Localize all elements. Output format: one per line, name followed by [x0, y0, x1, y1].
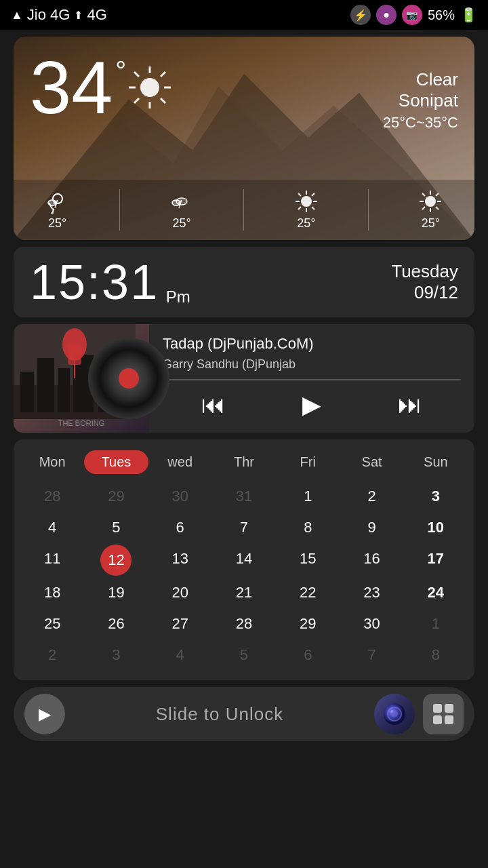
- music-progress-bar[interactable]: [163, 379, 461, 380]
- svg-line-30: [422, 193, 425, 196]
- cal-cell-7[interactable]: 7: [212, 513, 276, 542]
- svg-rect-49: [433, 704, 442, 713]
- cal-cell-18[interactable]: 18: [20, 578, 84, 607]
- weather-widget[interactable]: 34°: [14, 37, 474, 240]
- cal-cell-28b[interactable]: 28: [212, 610, 276, 638]
- clock-ampm: Pm: [166, 288, 190, 306]
- cal-cell-30a[interactable]: 30: [148, 482, 212, 511]
- svg-line-31: [436, 207, 439, 210]
- cal-cell-7b[interactable]: 7: [340, 641, 403, 669]
- weather-condition: Clear: [187, 69, 458, 90]
- cal-cell-4b[interactable]: 4: [148, 641, 212, 669]
- lock-camera-button[interactable]: [374, 694, 415, 734]
- cal-day-sun: Sun: [404, 450, 468, 474]
- cal-cell-15[interactable]: 15: [276, 545, 340, 576]
- svg-line-7: [134, 72, 139, 77]
- svg-point-48: [390, 710, 393, 713]
- music-artist: Garry Sandhu (DjPunjab: [163, 357, 461, 372]
- lock-grid-button[interactable]: [423, 694, 464, 734]
- clock-dmy: 09/12: [391, 282, 458, 303]
- music-widget[interactable]: THE BORING Tadap (DjPunjab.CoM) Garry Sa…: [14, 324, 474, 433]
- cal-cell-5b[interactable]: 5: [212, 641, 276, 669]
- cal-cell-6b[interactable]: 6: [276, 641, 340, 669]
- arrow-icon: ⬆: [74, 9, 83, 22]
- cal-cell-11[interactable]: 11: [20, 545, 84, 576]
- cal-cell-3[interactable]: 3: [404, 482, 468, 511]
- svg-line-33: [422, 207, 425, 210]
- cal-cell-13[interactable]: 13: [148, 545, 212, 576]
- cal-cell-4[interactable]: 4: [20, 513, 84, 542]
- cal-cell-3b[interactable]: 3: [84, 641, 148, 669]
- cal-cell-9[interactable]: 9: [340, 513, 403, 542]
- forecast-item-0: 25°: [45, 189, 70, 231]
- cal-cell-17[interactable]: 17: [404, 545, 468, 576]
- vinyl-center: [119, 368, 139, 389]
- music-controls: Tadap (DjPunjab.CoM) Garry Sandhu (DjPun…: [149, 324, 474, 433]
- cal-cell-21[interactable]: 21: [212, 578, 276, 607]
- music-title: Tadap (DjPunjab.CoM): [163, 335, 461, 353]
- cal-cell-31a[interactable]: 31: [212, 482, 276, 511]
- clock-widget: 15:31 Pm Tuesday 09/12: [14, 247, 474, 317]
- status-bar: ▲ Jio 4G ⬆ 4G ⚡ ● 📷 56% 🔋: [0, 0, 488, 30]
- forecast-divider-2: [243, 189, 244, 231]
- music-next-button[interactable]: ⏭: [391, 388, 429, 422]
- svg-point-13: [48, 200, 56, 205]
- cal-cell-26[interactable]: 26: [84, 610, 148, 638]
- album-art: THE BORING: [14, 324, 149, 433]
- weather-range: 25°C~35°C: [187, 114, 458, 132]
- cal-cell-8b[interactable]: 8: [404, 641, 468, 669]
- cal-cell-14[interactable]: 14: [212, 545, 276, 576]
- cal-cell-20[interactable]: 20: [148, 578, 212, 607]
- weather-location: Sonipat: [187, 90, 458, 111]
- network-type: 4G: [87, 6, 106, 24]
- cal-cell-5[interactable]: 5: [84, 513, 148, 542]
- cal-cell-25[interactable]: 25: [20, 610, 84, 638]
- svg-point-2: [140, 78, 159, 97]
- cal-cell-2b[interactable]: 2: [20, 641, 84, 669]
- music-play-button[interactable]: ▶: [296, 388, 328, 422]
- cal-cell-1b[interactable]: 1: [404, 610, 468, 638]
- svg-rect-50: [445, 704, 453, 713]
- calendar-grid: 28 29 30 31 1 2 3 4 5 6 7 8 9 10 11 12 1…: [20, 482, 468, 669]
- cal-cell-8[interactable]: 8: [276, 513, 340, 542]
- forecast-item-2: 25°: [294, 189, 319, 231]
- cal-cell-6[interactable]: 6: [148, 513, 212, 542]
- cal-day-wed: wed: [148, 450, 212, 474]
- forecast-divider-1: [119, 189, 120, 231]
- cal-day-thr: Thr: [212, 450, 276, 474]
- forecast-item-3: 25°: [418, 189, 443, 231]
- cal-cell-29a[interactable]: 29: [84, 482, 148, 511]
- lock-bar[interactable]: ▶ Slide to Unlock: [14, 687, 474, 741]
- cal-cell-10[interactable]: 10: [404, 513, 468, 542]
- cal-cell-23[interactable]: 23: [340, 578, 403, 607]
- cal-cell-19[interactable]: 19: [84, 578, 148, 607]
- svg-point-16: [301, 196, 312, 207]
- weather-info: Clear Sonipat 25°C~35°C: [187, 69, 458, 132]
- music-buttons: ⏮ ▶ ⏭: [163, 388, 461, 422]
- cal-day-fri: Fri: [276, 450, 340, 474]
- weather-forecast: 25° 25°: [14, 180, 474, 240]
- cal-cell-16[interactable]: 16: [340, 545, 403, 576]
- cal-cell-22[interactable]: 22: [276, 578, 340, 607]
- svg-line-32: [436, 193, 439, 196]
- svg-point-25: [425, 196, 436, 207]
- album-art-label: THE BORING: [58, 419, 104, 427]
- svg-rect-44: [68, 344, 81, 365]
- cal-cell-2[interactable]: 2: [340, 482, 403, 511]
- svg-rect-37: [37, 358, 54, 412]
- forecast-temp-2: 25°: [297, 216, 315, 231]
- cal-cell-28a[interactable]: 28: [20, 482, 84, 511]
- cal-cell-1[interactable]: 1: [276, 482, 340, 511]
- cal-cell-27[interactable]: 27: [148, 610, 212, 638]
- cal-cell-12-today[interactable]: 12: [100, 545, 131, 576]
- cal-cell-24[interactable]: 24: [404, 578, 468, 607]
- cal-day-mon: Mon: [20, 450, 84, 474]
- calendar-widget[interactable]: Mon Tues wed Thr Fri Sat Sun 28 29 30 31…: [14, 439, 474, 680]
- weather-sun-icon: [126, 64, 174, 121]
- music-prev-button[interactable]: ⏮: [195, 388, 232, 422]
- battery-label: 56%: [428, 7, 455, 23]
- cal-cell-30[interactable]: 30: [340, 610, 403, 638]
- cal-cell-29b[interactable]: 29: [276, 610, 340, 638]
- svg-line-21: [298, 193, 301, 196]
- lock-play-button[interactable]: ▶: [24, 694, 65, 734]
